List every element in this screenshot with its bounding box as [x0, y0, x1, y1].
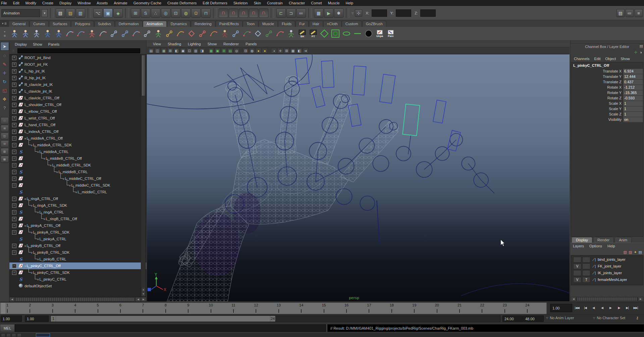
- expand-toggle-icon[interactable]: −: [12, 271, 16, 275]
- anim-shelf-icon-18[interactable]: [197, 28, 208, 39]
- go-to-end-button[interactable]: ▶▶|: [632, 303, 640, 312]
- viewport-toolbar-icon-22[interactable]: ▦: [290, 48, 296, 53]
- outliner-hscroll-right-icon[interactable]: ▶: [141, 297, 146, 302]
- viewport-menu-show[interactable]: Show: [204, 42, 220, 46]
- frame-number-8[interactable]: 8: [159, 303, 172, 307]
- make-live-icon[interactable]: ◍: [181, 8, 191, 18]
- paint-select-tool-icon[interactable]: ✎: [1, 60, 9, 68]
- expand-toggle-icon[interactable]: −: [12, 264, 16, 268]
- anim-shelf-icon-14[interactable]: [153, 28, 164, 39]
- expand-toggle-icon[interactable]: −: [12, 177, 16, 181]
- outliner-item-l-hand-ctrl-off[interactable]: +L_hand_CTRL_Off: [9, 122, 146, 128]
- menu-edit[interactable]: Edit: [10, 1, 22, 5]
- layer-type-toggle[interactable]: [582, 263, 590, 269]
- frame-number-2[interactable]: 2: [23, 303, 37, 307]
- layer-options-icon[interactable]: ▤: [639, 250, 642, 254]
- expand-toggle-icon[interactable]: +: [12, 62, 16, 67]
- statusline-divider[interactable]: [88, 8, 91, 18]
- viewport-menu-shading[interactable]: Shading: [164, 42, 184, 46]
- shelf-tab-hair[interactable]: Hair: [309, 21, 323, 27]
- channel-box-menu-show[interactable]: Show: [618, 57, 632, 61]
- shelf-options-icon[interactable]: ▾≣: [1, 28, 9, 40]
- attribute-value-field[interactable]: -15.365: [623, 90, 643, 95]
- frame-number-6[interactable]: 6: [114, 303, 127, 307]
- create-override-layer-icon[interactable]: ✦: [634, 250, 637, 254]
- output-connections-icon[interactable]: ⊐: [286, 8, 296, 18]
- outliner-item-l-clavicle-ctrl-off[interactable]: +L_clavicle_CTRL_Off: [9, 95, 146, 101]
- viewport-toolbar-icon-16[interactable]: ◍: [249, 48, 255, 53]
- save-scene-icon[interactable]: ▥: [76, 8, 85, 18]
- outliner-menu-show[interactable]: Show: [30, 42, 45, 46]
- layer-color-swatch-icon[interactable]: ⟋|: [591, 278, 597, 282]
- animation-end-field[interactable]: 48.00: [523, 316, 544, 322]
- expand-toggle-icon[interactable]: −: [12, 136, 16, 141]
- frame-number-4[interactable]: 4: [68, 303, 82, 307]
- menu-set-select[interactable]: Animation: [1, 9, 40, 17]
- outliner-item-l-hip-jnt-ik[interactable]: +L_hip_jnt_IK: [9, 68, 146, 75]
- statusline-divider[interactable]: [213, 8, 216, 18]
- expand-toggle-icon[interactable]: +: [12, 69, 16, 74]
- layer-editor-menu-options[interactable]: Options: [587, 244, 605, 248]
- coords-collapse-arrow[interactable]: ▽: [352, 12, 354, 15]
- render-settings-icon[interactable]: ✱: [334, 8, 343, 18]
- layout-hypershade-button[interactable]: ▥: [1, 148, 9, 155]
- outliner-item-l-pinkya-ctrl[interactable]: SoL_pinkyA_CTRL: [9, 236, 146, 242]
- step-back-frame-button[interactable]: |◀: [581, 303, 589, 312]
- outliner-item-l-pinkya-ctrl-off[interactable]: −oL_pinkyA_CTRL_Off: [9, 222, 146, 229]
- expand-toggle-icon[interactable]: +: [12, 123, 16, 127]
- frame-number-1[interactable]: 1: [1, 303, 14, 307]
- frame-number-20[interactable]: 20: [430, 303, 444, 307]
- open-scene-icon[interactable]: ▨: [66, 8, 75, 18]
- expand-toggle-icon[interactable]: +: [12, 89, 16, 94]
- shelf-tab-surfaces[interactable]: Surfaces: [49, 21, 71, 27]
- snap-view-plane-icon[interactable]: ⊡: [171, 8, 180, 18]
- expand-toggle-icon[interactable]: −: [12, 156, 16, 161]
- menu-file[interactable]: File: [0, 1, 10, 5]
- character-set-dropdown[interactable]: ▽ No Character Set: [593, 316, 625, 320]
- anim-shelf-icon-21[interactable]: [230, 28, 241, 39]
- ft-pencil-button[interactable]: FT: [308, 28, 319, 39]
- scale-tool-icon[interactable]: ◱: [1, 86, 9, 94]
- mel-result-field[interactable]: // Result: D:/MMI/GAM401_Rigging/project…: [327, 324, 644, 332]
- rotate-tool-icon[interactable]: ↻: [1, 78, 9, 86]
- layer-type-toggle[interactable]: [582, 257, 590, 262]
- channel-box-menu-object[interactable]: Object: [603, 57, 618, 61]
- outliner-item-l-middleb-ctrl-sdk[interactable]: −oL_middleB_CTRL_SDK: [9, 162, 146, 168]
- time-slider[interactable]: 123456789101112131415161718192021222324 …: [0, 302, 644, 314]
- viewport-toolbar-icon-4[interactable]: ⊞: [167, 48, 173, 53]
- attribute-value-field[interactable]: on: [623, 117, 643, 122]
- playback-range-bar[interactable]: 1 24: [51, 316, 275, 322]
- layout-four-pane-button[interactable]: ⊞: [1, 125, 9, 132]
- viewport-toolbar-icon-5[interactable]: ◧: [174, 48, 179, 53]
- outliner-search-input[interactable]: [17, 48, 140, 53]
- menu-set-dropdown-arrow[interactable]: ▼: [42, 9, 48, 17]
- anim-shelf-icon-20[interactable]: [219, 28, 230, 39]
- magnet-4-icon[interactable]: U: [249, 8, 258, 18]
- outliner-item-r-hip-jnt-ik[interactable]: +R_hip_jnt_IK: [9, 75, 146, 81]
- manip-mode-icon[interactable]: ✛: [634, 50, 638, 55]
- attribute-value-field[interactable]: -1.212: [623, 85, 643, 90]
- frame-number-5[interactable]: 5: [91, 303, 105, 307]
- viewport-toolbar-icon-2[interactable]: ◫: [155, 48, 160, 53]
- menu-assets[interactable]: Assets: [94, 1, 111, 5]
- outliner-item-l-pinkyc-ctrl[interactable]: SoL_pinkyC_CTRL: [9, 276, 146, 283]
- auto-key-icon[interactable]: ⚷: [636, 316, 639, 320]
- outliner-item-l-middlea-ctrl-off[interactable]: −oL_middleA_CTRL_Off: [9, 135, 146, 142]
- expand-toggle-icon[interactable]: −: [12, 143, 16, 147]
- anim-shelf-icon-1[interactable]: [9, 28, 20, 39]
- menu-character[interactable]: Character: [286, 1, 308, 5]
- viewport-toolbar-icon-7[interactable]: ⊡: [186, 48, 192, 53]
- show-channel-box-icon[interactable]: ≡: [635, 9, 643, 17]
- frame-number-9[interactable]: 9: [181, 303, 195, 307]
- play-forwards-button[interactable]: ▶: [606, 303, 614, 312]
- outliner-vertical-scrollbar[interactable]: ▲ ▼: [141, 54, 146, 297]
- layout-persp-outliner-button[interactable]: ◫: [1, 133, 9, 140]
- anim-shelf-icon-15[interactable]: [164, 28, 175, 39]
- expand-toggle-icon[interactable]: +: [12, 217, 16, 221]
- magnet-1-icon[interactable]: U: [219, 8, 228, 18]
- green-diamond-control-icon[interactable]: [319, 28, 330, 39]
- mel-button[interactable]: MEL: [0, 324, 15, 332]
- anim-shelf-icon-2[interactable]: [20, 28, 31, 39]
- outliner-item-l-pinkyc-ctrl-off[interactable]: −oL_pinkyC_CTRL_Off: [9, 262, 146, 269]
- parent-button[interactable]: Pare: [385, 28, 396, 39]
